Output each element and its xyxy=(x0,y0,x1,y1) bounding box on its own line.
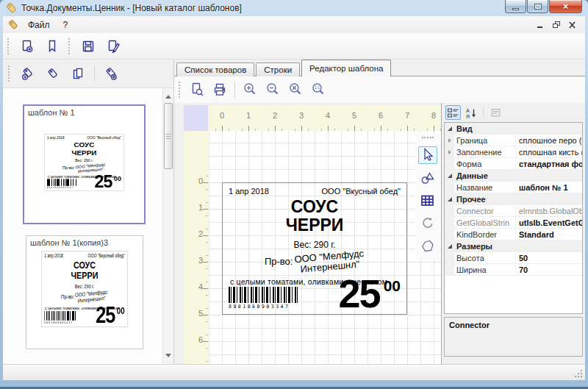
zoom-cancel-button[interactable] xyxy=(285,80,306,99)
new-template-button[interactable] xyxy=(41,36,63,57)
ruler-corner xyxy=(184,105,208,131)
barcode xyxy=(44,311,76,321)
toolbar-grip[interactable] xyxy=(8,65,12,82)
save-as-button[interactable] xyxy=(102,36,124,57)
mdi-restore-button[interactable] xyxy=(549,19,563,31)
property-row[interactable]: Названиешаблон № 1 xyxy=(445,182,582,193)
label-date: 1 апр 2018 xyxy=(229,187,269,196)
template-panel: шаблон № 1 1 апр 2018 ООО "Вкусный обед"… xyxy=(3,60,174,364)
collapse-icon[interactable] xyxy=(448,174,452,178)
label-company: ООО "Вкусный обед" xyxy=(87,136,121,140)
tab-rows[interactable]: Строки xyxy=(256,63,300,76)
expand-icon[interactable] xyxy=(448,150,451,154)
tab-template-editor[interactable]: Редактор шаблона xyxy=(301,60,391,76)
copy-template-button[interactable] xyxy=(67,63,89,84)
property-row[interactable]: Границасплошное перо (Colo xyxy=(445,135,582,146)
collapse-icon[interactable] xyxy=(448,244,452,249)
polygon-tool-button[interactable] xyxy=(418,238,437,255)
property-row[interactable]: KindBorderStandard xyxy=(445,229,582,240)
scrollbar-thumb[interactable] xyxy=(164,103,173,169)
barcode xyxy=(47,179,77,186)
collapse-icon[interactable] xyxy=(448,126,452,131)
tag-button[interactable] xyxy=(42,63,64,84)
expand-icon[interactable] xyxy=(448,138,451,143)
mdi-close-icon xyxy=(567,21,578,29)
maximize-icon xyxy=(534,4,542,10)
tab-strip: Список товаров Строки Редактор шаблона xyxy=(174,60,585,76)
maximize-button[interactable] xyxy=(527,0,548,13)
label-producer: Пр-во:ООО "МелфудсИнтернешнл" xyxy=(44,164,123,173)
mdi-minimize-button[interactable] xyxy=(533,19,547,31)
property-pages-button[interactable] xyxy=(488,105,503,120)
tag-target-button[interactable] xyxy=(100,63,122,84)
menu-file[interactable]: Файл xyxy=(21,18,57,32)
add-template-icon xyxy=(21,66,35,81)
rotate-tool-button[interactable] xyxy=(418,215,437,232)
mdi-restore-icon xyxy=(551,21,562,29)
template-card-1[interactable]: шаблон № 1 1 апр 2018 ООО "Вкусный обед"… xyxy=(23,104,146,224)
mdi-close-button[interactable] xyxy=(565,19,579,31)
template-card-2[interactable]: шаблон № 1(копия)3 1 апр 2018 ООО "Вкусн… xyxy=(26,235,143,349)
alphabetical-sort-button[interactable]: АЯ xyxy=(463,105,478,120)
label-date: 1 апр 2018 xyxy=(47,136,65,140)
menu-help[interactable]: ? xyxy=(57,18,75,32)
category-row[interactable]: Размеры xyxy=(445,240,582,252)
zoom-100-button[interactable]: 1:1 xyxy=(308,80,329,99)
zoom-cancel-icon xyxy=(287,82,304,98)
property-row[interactable]: Connectorelmntsb.GlobalObject xyxy=(445,205,582,217)
property-row[interactable]: Формастандартная фор xyxy=(445,158,582,170)
main-toolbar xyxy=(3,33,585,60)
template-list-scrollbar[interactable] xyxy=(162,88,173,364)
label-price: 2500 xyxy=(339,277,401,310)
save-button[interactable] xyxy=(77,36,99,57)
scroll-up-arrow[interactable] xyxy=(165,92,171,99)
print-button[interactable] xyxy=(209,80,230,99)
menu-bar: Файл ? xyxy=(3,16,585,33)
minimize-button[interactable] xyxy=(505,0,526,13)
scroll-down-arrow[interactable] xyxy=(165,354,171,360)
category-row[interactable]: Прочее xyxy=(445,193,582,205)
toolbar-grip[interactable] xyxy=(7,38,11,54)
tab-product-list[interactable]: Список товаров xyxy=(176,63,254,76)
property-row[interactable]: GetGlobalStrinutlslb.EventGetGlo xyxy=(445,217,582,229)
zoom-out-button[interactable] xyxy=(262,80,283,99)
design-canvas[interactable]: 1 апр 2018 ООО "Вкусный обед" СОУСЧЕРРИ … xyxy=(208,131,441,364)
toolbar-separator xyxy=(483,107,484,118)
new-template-icon xyxy=(45,39,60,54)
property-row[interactable]: Заполнениесплошная кисть (Co xyxy=(445,146,582,158)
barcode-digits: 8001060903347 xyxy=(229,304,299,310)
status-bar xyxy=(3,364,585,380)
property-row[interactable]: Ширина70 xyxy=(445,264,582,276)
category-row[interactable]: Вид xyxy=(445,123,582,135)
toolbar-grip[interactable] xyxy=(68,38,72,54)
property-row[interactable]: Высота50 xyxy=(445,252,582,264)
new-catalog-icon xyxy=(20,39,35,54)
resize-grip[interactable] xyxy=(574,369,584,379)
shapes-tool-button[interactable] xyxy=(418,169,437,187)
new-catalog-button[interactable] xyxy=(16,36,38,57)
category-row[interactable]: Данные xyxy=(445,170,582,182)
template-title: шаблон № 1(копия)3 xyxy=(30,238,108,247)
label-product: СОУСЧЕРРИ xyxy=(44,140,123,156)
property-description-title: Connector xyxy=(449,321,490,329)
label-weight: Вес: 290 г. xyxy=(41,284,127,290)
property-description-box: Connector xyxy=(444,317,583,357)
zoom-out-icon xyxy=(265,82,281,98)
tag-icon xyxy=(46,66,60,81)
label-company: ООО "Вкусный обед" xyxy=(87,253,124,258)
tool-palette xyxy=(415,134,440,260)
collapse-icon[interactable] xyxy=(448,197,452,201)
properties-toolbar: АЯ xyxy=(442,103,585,122)
shapes-icon xyxy=(420,171,436,185)
mdi-minimize-icon xyxy=(535,21,545,29)
select-tool-button[interactable] xyxy=(418,146,437,164)
table-tool-button[interactable] xyxy=(418,192,437,210)
toolbar-grip[interactable] xyxy=(179,82,182,98)
close-button[interactable]: × xyxy=(549,0,582,13)
preview-button[interactable] xyxy=(187,80,207,99)
zoom-in-button[interactable] xyxy=(240,80,260,99)
price-label-object[interactable]: 1 апр 2018 ООО "Вкусный обед" СОУСЧЕРРИ … xyxy=(222,182,407,315)
add-template-button[interactable] xyxy=(17,63,39,84)
content-area: шаблон № 1 1 апр 2018 ООО "Вкусный обед"… xyxy=(3,60,585,364)
categorized-view-button[interactable] xyxy=(445,105,461,120)
